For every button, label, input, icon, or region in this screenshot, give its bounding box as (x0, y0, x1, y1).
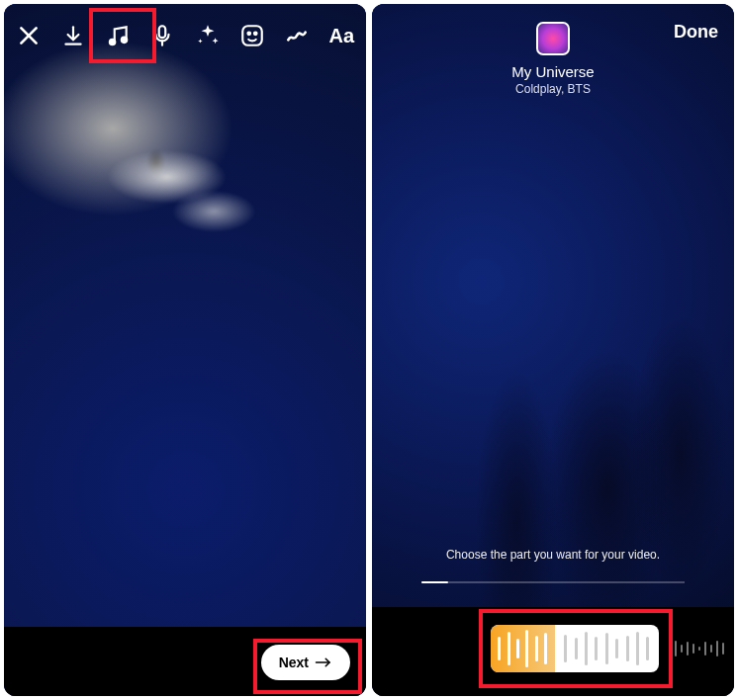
song-artist: Coldplay, BTS (515, 82, 591, 96)
text-icon[interactable]: Aa (325, 19, 358, 52)
song-title: My Universe (511, 63, 594, 80)
editor-toolbar: Aa (12, 12, 358, 59)
sparkle-icon[interactable] (191, 19, 224, 52)
svg-rect-6 (242, 26, 262, 45)
svg-rect-4 (159, 26, 166, 38)
sticker-icon[interactable] (235, 19, 268, 52)
music-picker-screen: Done My Universe Coldplay, BTS Choose th… (372, 4, 734, 696)
story-editor-screen: Aa Next (4, 4, 366, 696)
waveform-preview (669, 637, 724, 660)
instruction-text: Choose the part you want for your video. (372, 548, 734, 562)
scribble-icon[interactable] (281, 19, 314, 52)
progress-line[interactable] (421, 581, 685, 583)
svg-point-8 (254, 33, 257, 36)
svg-point-7 (247, 33, 250, 36)
highlight-next (253, 639, 362, 694)
download-icon[interactable] (56, 19, 89, 52)
photo-background (372, 4, 734, 696)
album-art[interactable] (536, 22, 570, 55)
highlight-music (89, 8, 156, 63)
close-icon[interactable] (12, 19, 45, 52)
song-info: My Universe Coldplay, BTS (372, 22, 734, 96)
photo-background (4, 4, 366, 696)
highlight-scrubber (479, 609, 673, 688)
